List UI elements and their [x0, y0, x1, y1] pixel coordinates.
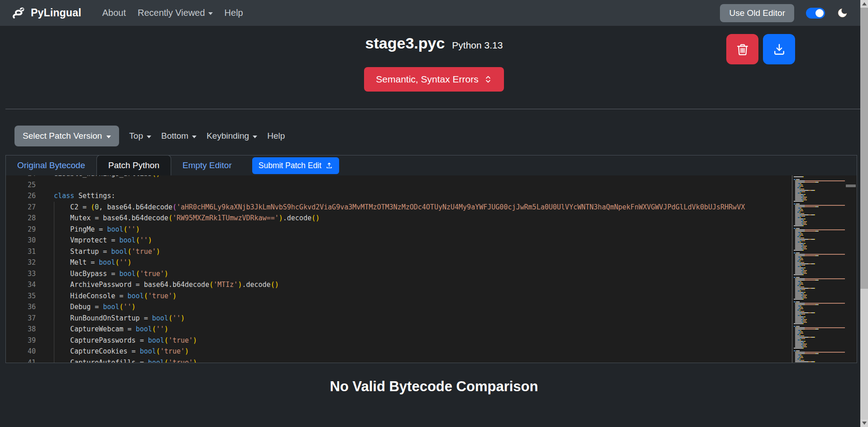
brand[interactable]: PyLingual: [11, 5, 82, 21]
menu-bottom[interactable]: Bottom: [161, 131, 197, 141]
line-number: 27: [6, 202, 48, 213]
code-line: 28 Mutex = base64.b64decode('RW95MXZmRk1…: [6, 213, 857, 224]
delete-button[interactable]: [726, 34, 758, 64]
line-number: 24: [6, 175, 48, 180]
menu-help[interactable]: Help: [267, 131, 285, 141]
upload-icon: [326, 162, 333, 169]
line-number: 36: [6, 301, 48, 313]
editor-scrollbar[interactable]: [845, 175, 857, 363]
tab-patch-python[interactable]: Patch Python: [96, 155, 171, 175]
code-line: 36 Debug = bool(''): [6, 301, 857, 313]
scroll-up-button[interactable]: [860, 0, 868, 8]
line-number: 38: [6, 324, 48, 335]
code-line: 41 CaptureAutofills = bool('true'): [6, 357, 857, 363]
code-line: 38 CaptureWebcam = bool(''): [6, 324, 857, 335]
trash-icon: [736, 42, 749, 57]
scroll-down-button[interactable]: [860, 419, 868, 427]
line-number: 26: [6, 190, 48, 202]
line-number: 28: [6, 213, 48, 224]
line-number: 32: [6, 257, 48, 268]
arrow-down-icon: [862, 422, 867, 425]
python-version-label: Python 3.13: [452, 40, 503, 51]
no-comparison-heading: No Valid Bytecode Comparison: [0, 378, 868, 395]
nav-link-recently-viewed[interactable]: Recently Viewed: [138, 8, 213, 18]
nav-link-label: Help: [225, 8, 243, 18]
code-line: 29 PingMe = bool(''): [6, 224, 857, 235]
code-line: 33 UacBypass = bool('true'): [6, 268, 857, 280]
snake-logo-icon: [11, 5, 26, 21]
header: stage3.pyc Python 3.13 Semantic, Syntax …: [0, 26, 868, 92]
code-line: 37 RunBoundOnStartup = bool(''): [6, 313, 857, 324]
page-scrollbar[interactable]: [860, 0, 868, 427]
line-number: 41: [6, 357, 48, 363]
tab-empty-editor[interactable]: Empty Editor: [171, 155, 243, 175]
minimap[interactable]: [792, 175, 845, 363]
download-button[interactable]: [763, 34, 795, 64]
caret-down-icon: [208, 12, 213, 15]
line-number: 30: [6, 235, 48, 246]
line-number: 33: [6, 268, 48, 280]
code-line: 26class Settings:: [6, 190, 857, 202]
tab-original-bytecode[interactable]: Original Bytecode: [6, 155, 96, 175]
code-line: 35 HideConsole = bool('true'): [6, 291, 857, 302]
editor-scrollbar-thumb[interactable]: [846, 184, 856, 187]
menu-label: Keybinding: [206, 131, 249, 141]
line-number: 35: [6, 291, 48, 302]
page-scrollbar-thumb[interactable]: [860, 8, 868, 289]
indent-guide: [54, 202, 54, 363]
menu-keybinding[interactable]: Keybinding: [206, 131, 257, 141]
nav-link-label: About: [102, 8, 126, 18]
caret-down-icon: [106, 136, 111, 138]
section-divider: [5, 109, 863, 109]
nav-links: About Recently Viewed Help: [102, 8, 243, 18]
arrow-up-icon: [862, 2, 867, 5]
moon-icon: [837, 7, 848, 19]
code-line: 39 CapturePasswords = bool('true'): [6, 335, 857, 346]
line-number: 40: [6, 346, 48, 357]
submit-patch-edit-button[interactable]: Submit Patch Edit: [252, 157, 339, 174]
page-title: stage3.pyc: [365, 34, 445, 52]
minimap-content: [794, 176, 845, 363]
nav-link-about[interactable]: About: [102, 8, 126, 18]
error-row: Semantic, Syntax Errors: [0, 67, 868, 92]
editor-card: Original Bytecode Patch Python Empty Edi…: [5, 155, 857, 363]
menu-label: Bottom: [161, 131, 188, 141]
menu-label: Help: [267, 131, 285, 141]
patch-toolbar: Select Patch Version Top Bottom Keybindi…: [14, 126, 868, 146]
caret-down-icon: [147, 136, 151, 138]
code-line: 32 Melt = bool(''): [6, 257, 857, 268]
navbar: PyLingual About Recently Viewed Help Use…: [0, 0, 868, 26]
code-line: 31 Startup = bool('true'): [6, 246, 857, 257]
error-status-label: Semantic, Syntax Errors: [376, 74, 478, 85]
code-line: 27 C2 = (0, base64.b64decode('aHR0cHM6Ly…: [6, 202, 857, 213]
nav-link-label: Recently Viewed: [138, 8, 205, 18]
line-number: 25: [6, 180, 48, 191]
toggle-knob: [815, 9, 824, 17]
nav-link-help[interactable]: Help: [225, 8, 243, 18]
menu-label: Top: [129, 131, 143, 141]
select-patch-version-label: Select Patch Version: [23, 131, 102, 141]
code-line: 25: [6, 180, 857, 191]
code-editor[interactable]: 24disable_warnings_urllib3()2526class Se…: [6, 175, 857, 363]
code-line: 24disable_warnings_urllib3(): [6, 175, 857, 180]
line-number: 39: [6, 335, 48, 346]
use-old-editor-button[interactable]: Use Old Editor: [720, 4, 794, 22]
download-icon: [772, 42, 786, 57]
nav-right: Use Old Editor: [720, 4, 848, 22]
tabbar: Original Bytecode Patch Python Empty Edi…: [6, 155, 857, 175]
select-patch-version-button[interactable]: Select Patch Version: [14, 126, 119, 146]
chevron-expand-icon: [484, 75, 492, 84]
error-status-button[interactable]: Semantic, Syntax Errors: [364, 67, 504, 92]
caret-down-icon: [253, 136, 257, 138]
code-rows: 24disable_warnings_urllib3()2526class Se…: [6, 175, 857, 363]
line-number: 37: [6, 313, 48, 324]
code-line: 30 Vmprotect = bool(''): [6, 235, 857, 246]
theme-toggle[interactable]: [806, 8, 825, 19]
brand-label: PyLingual: [31, 7, 82, 19]
action-buttons: [726, 34, 795, 64]
code-line: 34 ArchivePassword = base64.b64decode('M…: [6, 279, 857, 291]
menu-top[interactable]: Top: [129, 131, 151, 141]
line-number: 34: [6, 279, 48, 291]
submit-patch-edit-label: Submit Patch Edit: [259, 161, 321, 170]
caret-down-icon: [192, 136, 197, 138]
